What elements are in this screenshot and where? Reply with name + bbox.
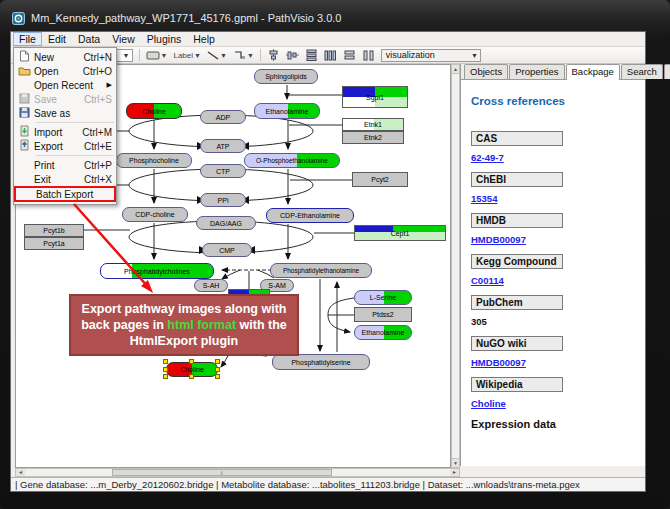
selection-handle[interactable] [163, 367, 168, 372]
menu-item-print[interactable]: PrintCtrl+P [14, 158, 116, 172]
menu-item-batch-export[interactable]: Batch Export [14, 186, 116, 202]
selection-handle[interactable] [215, 367, 220, 372]
menu-item-label: New [34, 52, 79, 63]
menu-item-save-as[interactable]: Save as [14, 106, 116, 120]
node-etnk2[interactable]: Etnk2 [342, 131, 404, 144]
canvas-horizontal-scrollbar[interactable]: ◄ ⦀ ► [15, 468, 460, 477]
canvas-vertical-scrollbar[interactable]: ▲ ▼ [451, 64, 460, 468]
node-pcyt1b[interactable]: Pcyt1b [24, 224, 84, 237]
node-s-ah[interactable]: S-AH [194, 279, 228, 292]
line-tool-dropdown[interactable]: ▼ [207, 50, 227, 61]
xref-value[interactable]: 15354 [471, 193, 645, 204]
scroll-down-icon[interactable]: ▼ [452, 458, 459, 467]
node-etnk1[interactable]: Etnk1 [342, 118, 404, 131]
menu-file[interactable]: File [13, 32, 42, 46]
xref-value[interactable]: C00114 [471, 275, 645, 286]
menu-help[interactable]: Help [187, 32, 221, 46]
menu-item-export[interactable]: ExportCtrl+E [14, 139, 116, 153]
scroll-left-icon[interactable]: ◄ [16, 469, 25, 476]
new-document-icon [14, 50, 34, 64]
selection-handle[interactable] [189, 359, 194, 364]
node-ctp[interactable]: CTP [200, 164, 246, 178]
common-width-icon[interactable] [343, 49, 356, 61]
menu-edit[interactable]: Edit [42, 32, 72, 46]
tab-legend[interactable]: Legend [664, 64, 670, 79]
backpage-panel: Cross references CAS62-49-7ChEBI15354HMD… [461, 81, 645, 466]
node-adp[interactable]: ADP [200, 110, 246, 124]
node-sgpl1[interactable]: Sgpl1 [342, 86, 408, 108]
xref-value: 305 [471, 316, 645, 327]
chevron-down-icon: ▼ [117, 52, 130, 59]
selection-handle[interactable] [215, 359, 220, 364]
window-frame: Mm_Kennedy_pathway_WP1771_45176.gpml - P… [0, 0, 670, 509]
node-phosphatidylcholines[interactable]: Phosphatidylcholines [100, 263, 214, 279]
node-dag-aag[interactable]: DAG/AAG [196, 216, 256, 230]
visualization-combobox[interactable]: visualization ▼ [381, 49, 481, 62]
menu-item-import[interactable]: ImportCtrl+M [14, 125, 116, 139]
node-atp[interactable]: ATP [200, 139, 246, 153]
menu-item-label: Open [34, 66, 79, 77]
tab-objects[interactable]: Objects [464, 64, 508, 79]
node-ptdss2[interactable]: Ptdss2 [354, 307, 412, 322]
node-pcyt2[interactable]: Pcyt2 [352, 172, 408, 187]
selection-handle[interactable] [163, 359, 168, 364]
menu-view[interactable]: View [106, 32, 141, 46]
node-cmp[interactable]: CMP [202, 243, 252, 257]
menu-item-open[interactable]: OpenCtrl+O [14, 64, 116, 78]
menu-item-shortcut: Ctrl+M [82, 127, 112, 138]
xref-header: ChEBI [471, 172, 563, 187]
node-phosphatidylethanolamine[interactable]: Phosphatidylethanolamine [270, 263, 372, 278]
node-ethanolamine-top[interactable]: Ethanolamine [254, 103, 320, 119]
node-choline-top[interactable]: Choline [126, 103, 182, 119]
menu-item-exit[interactable]: ExitCtrl+X [14, 172, 116, 186]
scroll-right-icon[interactable]: ► [450, 469, 459, 476]
common-height-icon[interactable] [362, 49, 375, 61]
scroll-up-icon[interactable]: ▲ [452, 65, 459, 74]
distribute-horizontal-icon[interactable] [324, 49, 337, 61]
selection-handle[interactable] [163, 374, 168, 379]
side-panel: ObjectsPropertiesBackpageSearchLegend Cr… [460, 64, 645, 466]
xref-value[interactable]: HMDB00097 [471, 234, 645, 245]
menu-item-save[interactable]: SaveCtrl+S [14, 92, 116, 106]
menu-data[interactable]: Data [72, 32, 106, 46]
export-icon [14, 139, 34, 153]
distribute-vertical-icon[interactable] [305, 49, 318, 61]
node-sphingolipids[interactable]: Sphingolipids [254, 69, 318, 84]
node-phosphatidylserine[interactable]: Phosphatidylserine [272, 354, 370, 370]
expression-data-header: Expression data [471, 418, 645, 430]
pathvisio-app-icon [12, 12, 25, 25]
menu-bar: FileEditDataViewPluginsHelp [11, 32, 645, 47]
xref-header: PubChem [471, 295, 563, 310]
align-center-y-icon[interactable] [286, 49, 299, 61]
menu-item-new[interactable]: NewCtrl+N [14, 50, 116, 64]
menu-item-label: Open Recent [34, 80, 103, 91]
node-ethanolamine-right[interactable]: Ethanolamine [354, 325, 412, 340]
node-phosphocholine[interactable]: Phosphocholine [116, 153, 192, 168]
xref-value[interactable]: HMDB00097 [471, 357, 645, 368]
node-cept1[interactable]: Cept1 [354, 225, 446, 241]
xref-value[interactable]: 62-49-7 [471, 152, 645, 163]
tab-backpage[interactable]: Backpage [566, 64, 620, 80]
node-cdp-ethanolamine[interactable]: CDP-Ethanolamine [266, 208, 354, 223]
connector-tool-dropdown[interactable]: ▼ [233, 50, 254, 61]
datanode-tool-dropdown[interactable]: ▼ [146, 50, 168, 61]
xref-header: HMDB [471, 213, 563, 228]
menu-separator [36, 155, 114, 156]
tab-properties[interactable]: Properties [509, 64, 564, 79]
menu-item-label: Print [34, 160, 80, 171]
node-o-phosphoethanolamine[interactable]: O-Phosphoethanolamine [244, 153, 340, 168]
selection-handle[interactable] [215, 374, 220, 379]
selection-handle[interactable] [189, 374, 194, 379]
node-l-serine[interactable]: L-Serine [354, 290, 412, 305]
scrollbar-thumb[interactable]: ⦀ [112, 469, 332, 476]
node-ppi[interactable]: PPi [200, 193, 246, 207]
align-center-x-icon[interactable] [267, 49, 280, 61]
label-tool-dropdown[interactable]: Label▼ [173, 51, 201, 60]
menu-item-open-recent[interactable]: Open Recent▶ [14, 78, 116, 92]
node-cdp-choline[interactable]: CDP-choline [122, 207, 188, 222]
annotation-callout: Export pathway images along with back pa… [69, 294, 299, 356]
menu-plugins[interactable]: Plugins [141, 32, 187, 46]
tab-search[interactable]: Search [621, 64, 663, 79]
node-pcyt1a[interactable]: Pcyt1a [24, 237, 84, 250]
xref-value[interactable]: Choline [471, 398, 645, 409]
